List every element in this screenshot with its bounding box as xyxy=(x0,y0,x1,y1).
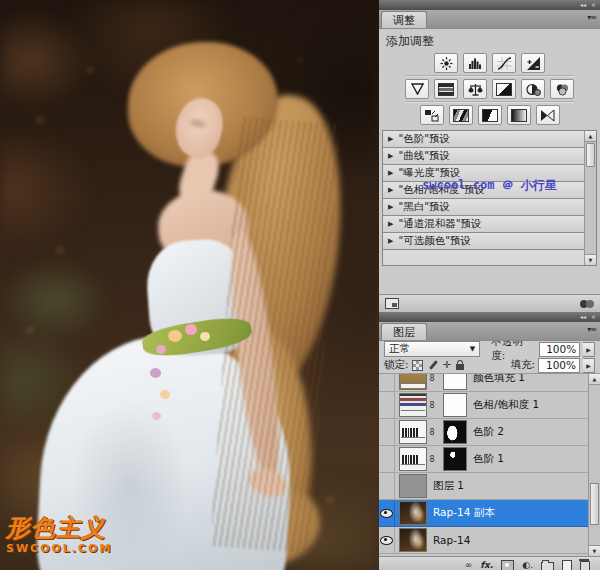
photo-filter-icon[interactable] xyxy=(521,79,545,99)
layers-scrollbar[interactable]: ▲ ▼ xyxy=(588,374,600,556)
expand-triangle-icon[interactable]: ▶ xyxy=(388,169,393,177)
threshold-icon[interactable] xyxy=(478,105,502,125)
layer-mask-thumbnail[interactable] xyxy=(443,420,467,444)
layer-row-color-fill-1[interactable]: 8 颜色填充 1 xyxy=(379,373,589,392)
photo-layer-thumbnail[interactable] xyxy=(399,501,427,525)
posterize-icon[interactable] xyxy=(449,105,473,125)
eye-icon[interactable] xyxy=(380,536,393,545)
layer-name[interactable]: Rap-14 副本 xyxy=(433,506,495,520)
expand-triangle-icon[interactable]: ▶ xyxy=(388,237,393,245)
opacity-value[interactable]: 100% xyxy=(539,342,580,357)
black-white-icon[interactable] xyxy=(492,79,516,99)
layer-list: 8 颜色填充 1 8 色相/饱和度 1 xyxy=(379,373,600,556)
levels-icon[interactable] xyxy=(463,53,487,73)
layer-mask-thumbnail[interactable] xyxy=(443,447,467,471)
scroll-up-icon[interactable]: ▲ xyxy=(585,131,596,142)
panel-menu-icon[interactable]: ▾≡ xyxy=(587,13,596,22)
layer-thumbnail[interactable] xyxy=(399,474,427,498)
new-layer-icon[interactable] xyxy=(562,560,572,570)
tab-layers[interactable]: 图层 xyxy=(381,323,427,340)
brightness-contrast-icon[interactable] xyxy=(434,53,458,73)
new-adjustment-layer-icon[interactable]: ◐. xyxy=(522,561,533,570)
layer-name[interactable]: 色阶 1 xyxy=(473,452,504,466)
collapse-to-icons-icon[interactable]: ◂◂ xyxy=(580,2,586,8)
scroll-up-icon[interactable]: ▲ xyxy=(589,374,600,385)
lock-transparent-pixels-icon[interactable] xyxy=(412,360,423,371)
lock-image-pixels-icon[interactable] xyxy=(428,360,438,370)
fill-layer-thumbnail[interactable] xyxy=(399,373,427,390)
expand-triangle-icon[interactable]: ▶ xyxy=(388,135,393,143)
close-panel-icon[interactable]: × xyxy=(591,2,596,8)
levels-thumbnail[interactable] xyxy=(399,420,427,444)
close-panel-icon[interactable]: × xyxy=(591,314,596,320)
layer-row-hue-saturation-1[interactable]: 8 色相/饱和度 1 xyxy=(379,392,589,419)
layer-name[interactable]: 色阶 2 xyxy=(473,425,504,439)
new-group-icon[interactable] xyxy=(541,562,554,570)
delete-layer-icon[interactable] xyxy=(580,561,590,570)
scrollbar-thumb[interactable] xyxy=(590,483,599,525)
blend-mode-select[interactable]: 正常 ▼ xyxy=(384,341,480,357)
watermark-url: SWCOOL.COM xyxy=(6,543,112,554)
layer-name[interactable]: 图层 1 xyxy=(433,479,464,493)
channel-mixer-icon[interactable] xyxy=(550,79,574,99)
selective-color-icon[interactable] xyxy=(536,105,560,125)
visibility-toggle[interactable] xyxy=(379,500,395,526)
layer-row-rap-14-copy[interactable]: Rap-14 副本 xyxy=(379,500,589,527)
layer-row-rap-14[interactable]: Rap-14 xyxy=(379,527,589,554)
visibility-toggle[interactable] xyxy=(379,419,395,445)
hue-saturation-icon[interactable] xyxy=(434,79,458,99)
flower xyxy=(150,368,161,378)
add-adjustment-label: 添加调整 xyxy=(379,29,600,52)
visibility-toggle[interactable] xyxy=(379,446,395,472)
layer-row-levels-1[interactable]: 8 色阶 1 xyxy=(379,446,589,473)
link-layers-icon[interactable]: ∞ xyxy=(465,561,473,570)
visibility-toggle[interactable] xyxy=(379,373,395,391)
collapse-to-icons-icon[interactable]: ◂◂ xyxy=(580,314,586,320)
layer-name[interactable]: Rap-14 xyxy=(433,534,470,546)
preset-channel-mixer[interactable]: ▶"通道混和器"预设 xyxy=(383,216,585,233)
preset-curves[interactable]: ▶"曲线"预设 xyxy=(383,148,585,165)
layer-mask-thumbnail[interactable] xyxy=(443,393,467,417)
lock-all-icon[interactable] xyxy=(456,364,464,370)
preset-levels[interactable]: ▶"色阶"预设 xyxy=(383,131,585,148)
photo-layer-thumbnail[interactable] xyxy=(399,528,427,552)
layer-mask-thumbnail[interactable] xyxy=(443,373,467,390)
scroll-down-icon[interactable]: ▼ xyxy=(589,545,600,556)
layer-name[interactable]: 色相/饱和度 1 xyxy=(473,398,539,412)
color-balance-icon[interactable] xyxy=(463,79,487,99)
scroll-down-icon[interactable]: ▼ xyxy=(585,254,596,265)
layer-style-fx-icon[interactable]: fx. xyxy=(480,561,493,570)
document-canvas[interactable]: 形色主义 SWCOOL.COM xyxy=(0,0,379,570)
scrollbar-thumb[interactable] xyxy=(586,143,595,167)
presets-scrollbar[interactable]: ▲ ▼ xyxy=(584,131,596,265)
fill-spinner-icon[interactable]: ▶ xyxy=(583,358,595,373)
preset-selective-color[interactable]: ▶"可选颜色"预设 xyxy=(383,233,585,250)
vibrance-icon[interactable] xyxy=(405,79,429,99)
gradient-map-icon[interactable] xyxy=(507,105,531,125)
icon-row-separator xyxy=(405,101,574,103)
layer-row-levels-2[interactable]: 8 色阶 2 xyxy=(379,419,589,446)
eye-icon[interactable] xyxy=(380,509,393,518)
expand-triangle-icon[interactable]: ▶ xyxy=(388,152,393,160)
panel-menu-icon[interactable]: ▾≡ xyxy=(587,325,596,334)
visibility-toggle[interactable] xyxy=(379,527,395,553)
preset-black-white[interactable]: ▶"黑白"预设 xyxy=(383,199,585,216)
clip-to-layer-icon[interactable] xyxy=(580,300,594,308)
switch-panel-view-icon[interactable] xyxy=(385,298,399,309)
visibility-toggle[interactable] xyxy=(379,392,395,418)
visibility-toggle[interactable] xyxy=(379,473,395,499)
add-layer-mask-icon[interactable] xyxy=(501,560,514,570)
exposure-icon[interactable] xyxy=(521,53,545,73)
layer-row-layer-1[interactable]: 图层 1 xyxy=(379,473,589,500)
hue-saturation-thumbnail[interactable] xyxy=(399,393,427,417)
expand-triangle-icon[interactable]: ▶ xyxy=(388,203,393,211)
tab-adjustments[interactable]: 调整 xyxy=(381,11,427,28)
expand-triangle-icon[interactable]: ▶ xyxy=(388,220,393,228)
layer-name[interactable]: 颜色填充 1 xyxy=(473,373,525,385)
lock-position-icon[interactable]: ✛ xyxy=(443,360,451,370)
fill-value[interactable]: 100% xyxy=(538,358,580,373)
curves-icon[interactable] xyxy=(492,53,516,73)
levels-thumbnail[interactable] xyxy=(399,447,427,471)
invert-icon[interactable] xyxy=(420,105,444,125)
opacity-spinner-icon[interactable]: ▶ xyxy=(583,342,595,357)
